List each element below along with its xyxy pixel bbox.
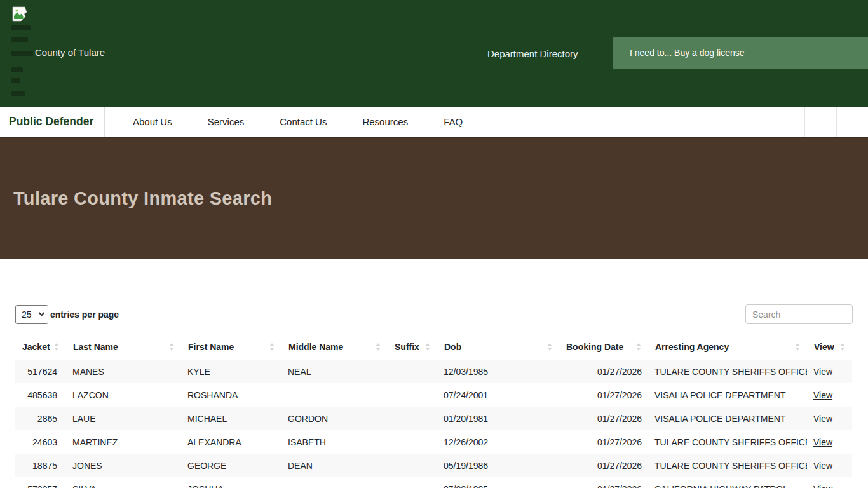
entries-per-page: 25 entries per page bbox=[15, 305, 119, 324]
cell-jacket: 572257 bbox=[15, 477, 66, 488]
cell-view: View bbox=[807, 360, 852, 383]
cell-booking_date: 01/27/2026 bbox=[559, 383, 648, 407]
table-row: 2865LAUEMICHAELGORDON01/20/198101/27/202… bbox=[15, 407, 852, 430]
nav-items: About UsServicesContact UsResourcesFAQ bbox=[105, 107, 804, 137]
cell-agency: VISALIA POLICE DEPARTMENT bbox=[648, 383, 807, 407]
column-header-middle_name[interactable]: Middle Name bbox=[281, 334, 388, 360]
column-header-booking_date[interactable]: Booking Date bbox=[559, 334, 648, 360]
entries-per-page-label: entries per page bbox=[50, 309, 119, 320]
column-label: Arresting Agency bbox=[655, 342, 729, 352]
sort-icon[interactable] bbox=[636, 343, 641, 351]
table-row: 24603MARTINEZALEXANDRAISABETH12/26/20020… bbox=[15, 430, 852, 454]
column-label: Dob bbox=[444, 342, 461, 352]
table-row: 485638LAZCONROSHANDA07/24/200101/27/2026… bbox=[15, 383, 852, 407]
cell-agency: CALIFORNIA HIGHWAY PATROL bbox=[648, 477, 807, 488]
nav-utility-cell[interactable] bbox=[804, 107, 836, 137]
department-directory-link[interactable]: Department Directory bbox=[487, 48, 578, 59]
cell-middle_name: NEAL bbox=[281, 360, 388, 383]
column-header-dob[interactable]: Dob bbox=[437, 334, 559, 360]
cell-last_name: MARTINEZ bbox=[66, 430, 181, 454]
site-name[interactable]: County of Tulare bbox=[35, 47, 105, 58]
cell-agency: TULARE COUNTY SHERIFFS OFFICE bbox=[648, 360, 807, 383]
cell-dob: 07/08/1985 bbox=[437, 477, 559, 488]
page-title: Tulare County Inmate Search bbox=[13, 188, 272, 209]
column-header-inner: Dob bbox=[438, 342, 559, 352]
nav-item-about-us[interactable]: About Us bbox=[115, 116, 190, 127]
view-link[interactable]: View bbox=[813, 484, 832, 488]
column-header-first_name[interactable]: First Name bbox=[181, 334, 281, 360]
cell-dob: 07/24/2001 bbox=[437, 383, 559, 407]
main-content: 25 entries per page JacketLast NameFirst… bbox=[0, 304, 868, 488]
sort-icon[interactable] bbox=[376, 343, 381, 351]
cell-middle_name bbox=[281, 477, 388, 488]
column-label: Middle Name bbox=[288, 342, 343, 352]
cell-middle_name: ISABETH bbox=[281, 430, 388, 454]
column-header-inner: Middle Name bbox=[282, 342, 387, 352]
cell-first_name: KYLE bbox=[181, 360, 281, 383]
sort-icon[interactable] bbox=[795, 343, 800, 351]
nav-item-faq[interactable]: FAQ bbox=[426, 116, 480, 127]
cell-agency: TULARE COUNTY SHERIFFS OFFICE bbox=[648, 454, 807, 477]
column-label: View bbox=[814, 342, 834, 352]
view-link[interactable]: View bbox=[813, 367, 832, 377]
nav-item-contact-us[interactable]: Contact Us bbox=[262, 116, 344, 127]
column-header-inner: Suffix bbox=[388, 342, 437, 352]
header-artifact-line bbox=[11, 37, 28, 42]
cell-last_name: SILVA bbox=[66, 477, 181, 488]
nav-item-services[interactable]: Services bbox=[190, 116, 262, 127]
cell-booking_date: 01/27/2026 bbox=[559, 407, 648, 430]
cell-agency: VISALIA POLICE DEPARTMENT bbox=[648, 407, 807, 430]
column-header-view[interactable]: View bbox=[807, 334, 852, 360]
cell-dob: 12/03/1985 bbox=[437, 360, 559, 383]
cell-suffix bbox=[388, 360, 437, 383]
entries-per-page-select[interactable]: 25 bbox=[15, 305, 48, 324]
cell-suffix bbox=[388, 383, 437, 407]
cell-middle_name: GORDON bbox=[281, 407, 388, 430]
entries-select-wrap: 25 bbox=[15, 305, 48, 324]
cell-first_name: ALEXANDRA bbox=[181, 430, 281, 454]
view-link[interactable]: View bbox=[813, 437, 832, 447]
column-label: First Name bbox=[188, 342, 234, 352]
cell-view: View bbox=[807, 454, 852, 477]
header-row: JacketLast NameFirst NameMiddle NameSuff… bbox=[15, 334, 852, 360]
column-label: Last Name bbox=[73, 342, 118, 352]
sort-icon[interactable] bbox=[840, 343, 845, 351]
column-header-agency[interactable]: Arresting Agency bbox=[648, 334, 807, 360]
nav-item-resources[interactable]: Resources bbox=[344, 116, 426, 127]
nav-utility-cell[interactable] bbox=[836, 107, 868, 137]
broken-image-icon bbox=[11, 6, 28, 22]
view-link[interactable]: View bbox=[813, 461, 832, 471]
sort-icon[interactable] bbox=[54, 343, 59, 351]
cell-first_name: MICHAEL bbox=[181, 407, 281, 430]
sort-icon[interactable] bbox=[425, 343, 430, 351]
column-header-suffix[interactable]: Suffix bbox=[388, 334, 437, 360]
inmate-table-head: JacketLast NameFirst NameMiddle NameSuff… bbox=[15, 334, 852, 360]
table-row: 572257SILVAJOSHUA07/08/198501/27/2026CAL… bbox=[15, 477, 852, 488]
header-artifact-line bbox=[11, 78, 20, 83]
inmate-table: JacketLast NameFirst NameMiddle NameSuff… bbox=[15, 334, 852, 488]
column-header-last_name[interactable]: Last Name bbox=[66, 334, 181, 360]
sort-icon[interactable] bbox=[169, 343, 174, 351]
view-link[interactable]: View bbox=[813, 390, 832, 400]
nav-right-cells bbox=[804, 107, 868, 137]
sort-icon[interactable] bbox=[547, 343, 552, 351]
cell-jacket: 485638 bbox=[15, 383, 66, 407]
i-need-to-dropdown[interactable]: I need to... Buy a dog license bbox=[613, 37, 868, 69]
cell-jacket: 2865 bbox=[15, 407, 66, 430]
header-artifact-line bbox=[11, 67, 23, 72]
nav-brand-public-defender[interactable]: Public Defender bbox=[0, 107, 105, 137]
cell-view: View bbox=[807, 407, 852, 430]
cell-middle_name: DEAN bbox=[281, 454, 388, 477]
sort-icon[interactable] bbox=[269, 343, 275, 351]
i-need-to-label: I need to... Buy a dog license bbox=[630, 48, 745, 58]
column-header-inner: View bbox=[808, 342, 851, 352]
table-row: 517624MANESKYLENEAL12/03/198501/27/2026T… bbox=[15, 360, 852, 383]
hero-banner: Tulare County Inmate Search bbox=[0, 137, 868, 259]
column-header-jacket[interactable]: Jacket bbox=[15, 334, 66, 360]
view-link[interactable]: View bbox=[813, 414, 832, 424]
main-nav: Public Defender About UsServicesContact … bbox=[0, 107, 868, 137]
search-input[interactable] bbox=[745, 304, 853, 324]
cell-suffix bbox=[388, 407, 437, 430]
cell-last_name: LAUE bbox=[66, 407, 181, 430]
header-artifact-line bbox=[11, 91, 25, 96]
